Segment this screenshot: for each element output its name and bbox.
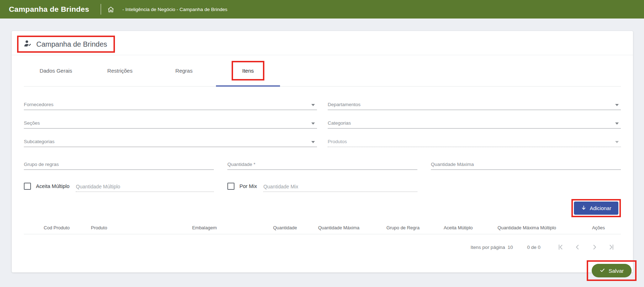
- column-header-produto: Produto: [90, 225, 149, 230]
- quantidade-maxima-input[interactable]: Quantidade Máxima: [431, 158, 621, 170]
- items-table-header: Cod Produto Produto Embalagem Quantidade…: [24, 221, 621, 234]
- column-header-quantidade: Quantidade: [260, 225, 311, 230]
- check-icon: [600, 267, 605, 274]
- tab-restricoes[interactable]: Restrições: [88, 68, 152, 74]
- subcategorias-select[interactable]: Subcategorias: [24, 136, 317, 147]
- adicionar-label: Adicionar: [590, 205, 611, 211]
- aceita-multiplo-group: Aceita Múltiplo Quantidade Múltiplo: [24, 181, 214, 192]
- next-page-icon[interactable]: [590, 243, 599, 251]
- first-page-icon[interactable]: [556, 243, 565, 251]
- column-header-cod-produto: Cod Produto: [24, 225, 90, 230]
- previous-page-icon[interactable]: [573, 243, 582, 251]
- aceita-multiplo-label: Aceita Múltiplo: [36, 183, 69, 189]
- paginator-buttons: [556, 243, 616, 251]
- app-title: Campanha de Brindes: [0, 5, 101, 14]
- annotation-box-adicionar: Adicionar: [571, 199, 621, 217]
- fornecedores-placeholder: Fornecedores: [24, 102, 53, 107]
- page-range-label: 0 de 0: [527, 245, 540, 250]
- por-mix-group: Por Mix Quantidade Mix: [227, 181, 417, 192]
- items-per-page-label: Itens por página: [471, 245, 505, 250]
- tab-itens[interactable]: Itens: [216, 61, 280, 80]
- paginator: Itens por página 10 0 de 0: [24, 237, 621, 257]
- breadcrumb: - Inteligência de Negócio - Campanha de …: [122, 7, 227, 12]
- departamentos-placeholder: Departamentos: [328, 102, 360, 107]
- column-header-embalagem: Embalagem: [149, 225, 259, 230]
- user-edit-icon: [23, 39, 32, 49]
- chevron-down-icon: [311, 104, 315, 106]
- departamentos-select[interactable]: Departamentos: [328, 99, 621, 110]
- quantidade-mix-input: Quantidade Mix: [263, 181, 417, 192]
- add-row: Adicionar: [24, 199, 621, 217]
- quantidade-multiplo-input: Quantidade Múltiplo: [76, 181, 214, 192]
- last-page-icon[interactable]: [607, 243, 616, 251]
- annotation-box-tab-itens: Itens: [232, 61, 265, 80]
- quantidade-multiplo-placeholder: Quantidade Múltiplo: [76, 184, 120, 189]
- chevron-down-icon: [615, 141, 619, 143]
- subcategorias-placeholder: Subcategorias: [24, 139, 54, 144]
- active-tab-indicator: [216, 85, 280, 87]
- column-header-quantidade-maxima: Quantidade Máxima: [310, 225, 367, 230]
- card-title-row: Campanha de Brindes: [12, 31, 633, 53]
- produtos-placeholder: Produtos: [328, 139, 347, 144]
- page-size-select[interactable]: 10: [507, 245, 513, 250]
- home-icon[interactable]: [107, 6, 115, 13]
- produtos-select: Produtos: [328, 136, 621, 147]
- adicionar-button[interactable]: Adicionar: [574, 202, 618, 215]
- column-header-acoes: Ações: [576, 225, 621, 230]
- por-mix-label: Por Mix: [239, 183, 257, 189]
- secoes-select[interactable]: Seções: [24, 117, 317, 129]
- quantidade-placeholder: Quantidade *: [227, 162, 255, 167]
- chevron-down-icon: [311, 122, 315, 125]
- categorias-select[interactable]: Categorias: [328, 117, 621, 129]
- aceita-multiplo-checkbox[interactable]: [24, 183, 31, 190]
- secoes-placeholder: Seções: [24, 120, 40, 126]
- app-header: Campanha de Brindes - Inteligência de Ne…: [0, 0, 644, 19]
- quantidade-mix-placeholder: Quantidade Mix: [263, 184, 298, 189]
- salvar-label: Salvar: [608, 268, 624, 274]
- chevron-down-icon: [615, 122, 619, 125]
- tab-itens-label: Itens: [242, 68, 254, 74]
- arrow-down-icon: [581, 205, 586, 212]
- column-header-grupo-de-regra: Grupo de Regra: [367, 225, 439, 230]
- categorias-placeholder: Categorias: [328, 120, 351, 126]
- tab-regras[interactable]: Regras: [152, 68, 216, 74]
- annotation-box-salvar: Salvar: [587, 260, 637, 281]
- chevron-down-icon: [615, 104, 619, 106]
- itens-form: Fornecedores Departamentos Seções Catego…: [24, 99, 621, 192]
- fornecedores-select[interactable]: Fornecedores: [24, 99, 317, 110]
- column-header-quantidade-maxima-multiplo: Quantidade Máxima Múltiplo: [477, 225, 576, 230]
- por-mix-checkbox[interactable]: [227, 183, 234, 190]
- grupo-de-regras-placeholder: Grupo de regras: [24, 162, 59, 167]
- column-header-aceita-mutiplo: Aceita Mútiplo: [439, 225, 477, 230]
- campaign-card: Campanha de Brindes Dados Gerais Restriç…: [12, 31, 633, 272]
- grupo-de-regras-input[interactable]: Grupo de regras: [24, 158, 214, 170]
- annotation-box-title: Campanha de Brindes: [17, 36, 115, 53]
- quantidade-maxima-placeholder: Quantidade Máxima: [431, 162, 474, 167]
- tab-bar: Dados Gerais Restrições Regras Itens: [24, 55, 621, 87]
- page-title: Campanha de Brindes: [36, 40, 107, 48]
- chevron-down-icon: [311, 141, 315, 143]
- salvar-button[interactable]: Salvar: [592, 264, 632, 277]
- tab-dados-gerais[interactable]: Dados Gerais: [24, 68, 88, 74]
- quantidade-input[interactable]: Quantidade *: [227, 158, 417, 170]
- header-divider: [101, 4, 101, 15]
